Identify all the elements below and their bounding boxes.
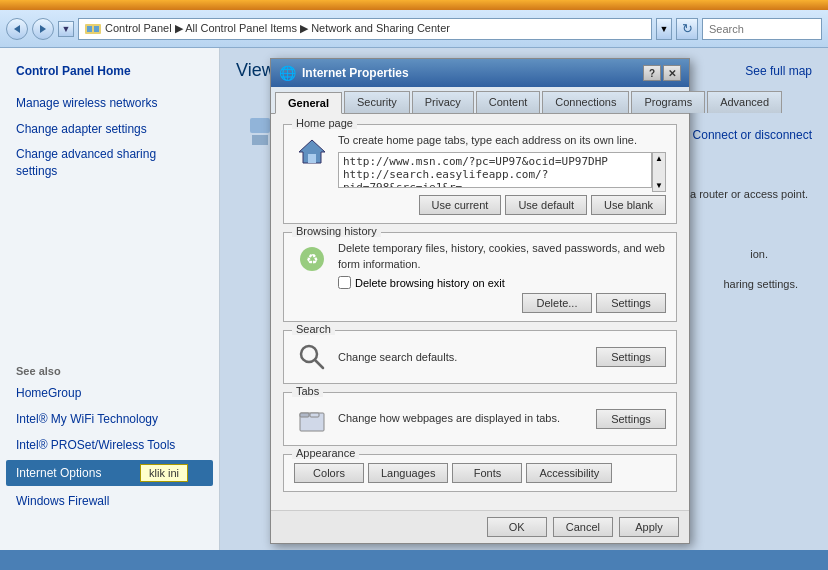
dialog-body: Home page To create home page tabs, type…	[271, 114, 689, 510]
tooltip-box: klik ini	[140, 464, 188, 482]
search-row: Change search defaults. Settings	[294, 339, 666, 375]
homepage-description: To create home page tabs, type each addr…	[338, 133, 666, 148]
tabs-legend: Tabs	[292, 385, 323, 397]
svg-line-15	[315, 360, 323, 368]
tabs-properties-section: Tabs Change how webpages are displayed i…	[283, 392, 677, 446]
browsing-history-settings-button[interactable]: Settings	[596, 293, 666, 313]
cancel-button[interactable]: Cancel	[553, 517, 613, 537]
search-input[interactable]	[702, 18, 822, 40]
tab-programs[interactable]: Programs	[631, 91, 705, 113]
magnifier-icon	[294, 339, 330, 375]
apply-button[interactable]: Apply	[619, 517, 679, 537]
sidebar-item-intel-proset[interactable]: Intel® PROSet/Wireless Tools	[0, 432, 219, 458]
svg-rect-11	[308, 154, 316, 163]
homepage-url-input[interactable]	[338, 152, 652, 188]
appearance-legend: Appearance	[292, 447, 359, 459]
tabs-row: General Security Privacy Content Connect…	[271, 87, 689, 114]
browsing-history-description: Delete temporary files, history, cookies…	[338, 241, 666, 272]
homepage-textarea-wrap: ▲ ▼	[338, 152, 666, 191]
use-current-button[interactable]: Use current	[419, 195, 502, 215]
tab-content[interactable]: Content	[476, 91, 541, 113]
dialog-controls: ? ✕	[643, 65, 681, 81]
help-button[interactable]: ?	[643, 65, 661, 81]
search-section: Search Change search defaults. Settings	[283, 330, 677, 384]
dialog-bottom: OK Cancel Apply	[271, 510, 689, 543]
delete-on-exit-row: Delete browsing history on exit	[338, 276, 666, 289]
house-icon	[294, 133, 330, 169]
accessibility-button[interactable]: Accessibility	[526, 463, 612, 483]
tabs-icon	[294, 401, 330, 437]
languages-button[interactable]: Languages	[368, 463, 448, 483]
tab-connections[interactable]: Connections	[542, 91, 629, 113]
svg-text:♻: ♻	[306, 251, 319, 267]
back-button[interactable]	[6, 18, 28, 40]
dialog-overlay: 🌐 Internet Properties ? ✕ General Securi…	[220, 48, 828, 550]
dialog-icon: 🌐	[279, 65, 296, 81]
forward-button[interactable]	[32, 18, 54, 40]
sidebar-item-change-adapter[interactable]: Change adapter settings	[0, 116, 219, 142]
appearance-section: Appearance Colors Languages Fonts Access…	[283, 454, 677, 492]
address-bar: ▼ Control Panel ▶ All Control Panel Item…	[0, 10, 828, 48]
browsing-history-legend: Browsing history	[292, 225, 381, 237]
appearance-buttons: Colors Languages Fonts Accessibility	[294, 463, 666, 483]
address-dropdown[interactable]: ▼	[656, 18, 672, 40]
svg-marker-1	[40, 25, 46, 33]
refresh-button[interactable]: ↻	[676, 18, 698, 40]
homepage-content: To create home page tabs, type each addr…	[338, 133, 666, 215]
dialog-title: Internet Properties	[302, 66, 643, 80]
use-default-button[interactable]: Use default	[505, 195, 587, 215]
sidebar-item-manage-wireless[interactable]: Manage wireless networks	[0, 90, 219, 116]
sidebar-item-change-advanced[interactable]: Change advanced sharingsettings	[0, 142, 219, 184]
sidebar-item-windows-firewall[interactable]: Windows Firewall	[0, 488, 219, 514]
svg-rect-4	[94, 26, 99, 32]
svg-rect-3	[87, 26, 92, 32]
browsing-history-content: Delete temporary files, history, cookies…	[338, 241, 666, 313]
colors-button[interactable]: Colors	[294, 463, 364, 483]
scrollbar[interactable]: ▲ ▼	[652, 152, 666, 192]
fonts-button[interactable]: Fonts	[452, 463, 522, 483]
delete-button[interactable]: Delete...	[522, 293, 592, 313]
internet-properties-dialog: 🌐 Internet Properties ? ✕ General Securi…	[270, 58, 690, 544]
homepage-row: To create home page tabs, type each addr…	[294, 133, 666, 215]
tab-security[interactable]: Security	[344, 91, 410, 113]
tab-advanced[interactable]: Advanced	[707, 91, 782, 113]
tab-privacy[interactable]: Privacy	[412, 91, 474, 113]
sidebar: Control Panel Home Manage wireless netwo…	[0, 48, 220, 550]
ok-button[interactable]: OK	[487, 517, 547, 537]
tabs-section-row: Change how webpages are displayed in tab…	[294, 401, 666, 437]
homepage-section: Home page To create home page tabs, type…	[283, 124, 677, 224]
delete-on-exit-label: Delete browsing history on exit	[355, 277, 505, 289]
sidebar-item-internet-options-wrap: Internet Options klik ini	[0, 458, 219, 488]
tabs-settings-button[interactable]: Settings	[596, 409, 666, 429]
svg-rect-18	[310, 413, 319, 417]
svg-rect-17	[300, 413, 309, 417]
search-legend: Search	[292, 323, 335, 335]
menu-button[interactable]: ▼	[58, 21, 74, 37]
homepage-buttons: Use current Use default Use blank	[338, 195, 666, 215]
browsing-history-row: ♻ Delete temporary files, history, cooki…	[294, 241, 666, 313]
tabs-section-description: Change how webpages are displayed in tab…	[338, 411, 588, 426]
recycle-icon: ♻	[294, 241, 330, 277]
sidebar-item-control-panel-home[interactable]: Control Panel Home	[0, 58, 219, 84]
homepage-legend: Home page	[292, 117, 357, 129]
use-blank-button[interactable]: Use blank	[591, 195, 666, 215]
browsing-history-section: Browsing history ♻ Delete temporary file…	[283, 232, 677, 322]
search-description: Change search defaults.	[338, 351, 588, 363]
search-settings-button[interactable]: Settings	[596, 347, 666, 367]
browsing-history-buttons: Delete... Settings	[338, 293, 666, 313]
address-field[interactable]: Control Panel ▶ All Control Panel Items …	[78, 18, 652, 40]
close-button[interactable]: ✕	[663, 65, 681, 81]
tab-general[interactable]: General	[275, 92, 342, 114]
see-also-label: See also	[0, 364, 219, 380]
delete-on-exit-checkbox[interactable]	[338, 276, 351, 289]
content-area: View See full map Connect or disconnect …	[220, 48, 828, 550]
dialog-titlebar: 🌐 Internet Properties ? ✕	[271, 59, 689, 87]
svg-marker-0	[14, 25, 20, 33]
sidebar-item-homegroup[interactable]: HomeGroup	[0, 380, 219, 406]
sidebar-item-intel-wifi[interactable]: Intel® My WiFi Technology	[0, 406, 219, 432]
